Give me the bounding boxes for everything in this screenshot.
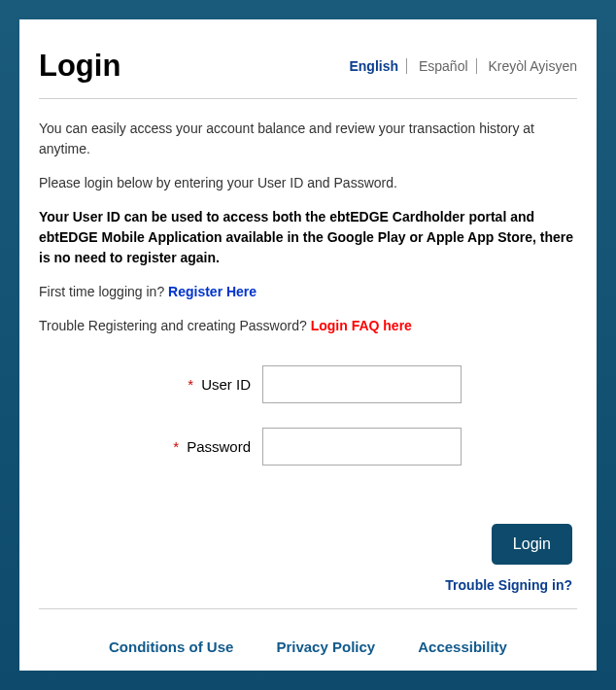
intro-line1: You can easily access your account balan… (39, 119, 577, 159)
trouble-prefix: Trouble Registering and creating Passwor… (39, 318, 311, 333)
trouble-register-line: Trouble Registering and creating Passwor… (39, 316, 577, 336)
header-row: Login English Español Kreyòl Ayisyen (39, 39, 577, 99)
login-faq-link[interactable]: Login FAQ here (311, 318, 412, 333)
user-id-label-wrap: * User ID (39, 376, 262, 393)
password-row: * Password (39, 428, 577, 466)
required-marker: * (173, 438, 179, 455)
footer-conditions-link[interactable]: Conditions of Use (109, 638, 233, 655)
trouble-row: Trouble Signing in? (39, 576, 577, 594)
footer-accessibility-link[interactable]: Accessibility (418, 638, 507, 655)
intro-line2: Please login below by entering your User… (39, 173, 577, 193)
lang-english[interactable]: English (341, 58, 407, 74)
intro-line3: Your User ID can be used to access both … (39, 207, 577, 268)
login-button[interactable]: Login (492, 524, 572, 565)
first-time-prefix: First time logging in? (39, 284, 168, 299)
required-marker: * (188, 376, 193, 393)
lang-espanol[interactable]: Español (411, 58, 477, 74)
first-time-line: First time logging in? Register Here (39, 282, 577, 302)
login-form: * User ID * Password Login Trouble Signi… (39, 365, 577, 594)
password-label-wrap: * Password (39, 438, 262, 455)
login-card: Login English Español Kreyòl Ayisyen You… (19, 19, 597, 671)
register-here-link[interactable]: Register Here (168, 284, 257, 299)
user-id-row: * User ID (39, 365, 577, 403)
password-input[interactable] (262, 428, 462, 466)
user-id-label: User ID (201, 376, 251, 393)
page-title: Login (39, 49, 120, 84)
login-button-row: Login (39, 524, 577, 565)
footer-privacy-link[interactable]: Privacy Policy (276, 638, 375, 655)
lang-kreyol[interactable]: Kreyòl Ayisyen (480, 58, 577, 74)
footer: Conditions of Use Privacy Policy Accessi… (39, 608, 577, 655)
language-switcher: English Español Kreyòl Ayisyen (341, 58, 577, 74)
intro-text: You can easily access your account balan… (39, 119, 577, 336)
trouble-signing-in-link[interactable]: Trouble Signing in? (445, 577, 572, 593)
user-id-input[interactable] (262, 365, 462, 403)
password-label: Password (187, 438, 251, 455)
